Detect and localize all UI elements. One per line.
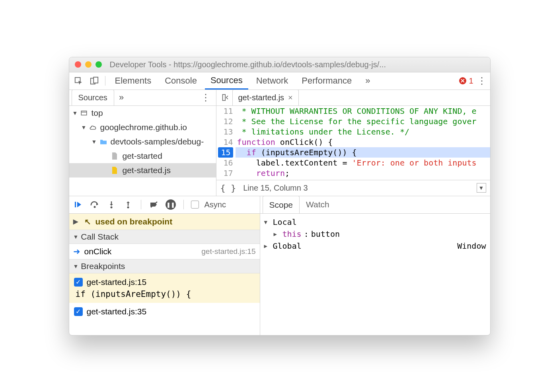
traffic-lights bbox=[75, 61, 102, 68]
navigator-tabs: Sources » ⋮ bbox=[69, 90, 216, 106]
minimize-window-icon[interactable] bbox=[85, 61, 92, 68]
code-lines: * WITHOUT WARRANTIES OR CONDITIONS OF AN… bbox=[236, 106, 490, 180]
svg-rect-3 bbox=[81, 111, 87, 115]
call-stack-header[interactable]: ▼ Call Stack bbox=[69, 230, 260, 244]
async-label: Async bbox=[205, 200, 226, 209]
breakpoint-code: if (inputsAreEmpty()) { bbox=[74, 289, 255, 299]
current-frame-icon: ➜ bbox=[73, 247, 80, 256]
error-count-badge[interactable]: ✕ 1 bbox=[459, 76, 473, 86]
tab-scope[interactable]: Scope bbox=[263, 196, 300, 213]
line-gutter: 11 12 13 14 15 16 17 bbox=[216, 106, 236, 180]
navigator-tab-sources[interactable]: Sources bbox=[72, 90, 114, 106]
close-window-icon[interactable] bbox=[75, 61, 81, 68]
breakpoint-checkbox[interactable]: ✓ bbox=[74, 307, 83, 316]
pause-exceptions-button[interactable]: ❚❚ bbox=[165, 199, 176, 210]
window-title: Developer Tools - https://googlechrome.g… bbox=[110, 60, 485, 69]
tab-watch[interactable]: Watch bbox=[300, 200, 336, 209]
scope-tab-strip: Scope Watch bbox=[260, 196, 490, 214]
frame-location: get-started.js:15 bbox=[201, 247, 255, 256]
chevron-down-icon: ▼ bbox=[92, 138, 97, 145]
tab-network[interactable]: Network bbox=[251, 72, 294, 90]
breakpoint-item[interactable]: ✓ get-started.js:15 if (inputsAreEmpty()… bbox=[69, 273, 260, 303]
main-toolbar: Elements Console Sources Network Perform… bbox=[69, 72, 490, 90]
breakpoint-checkbox[interactable]: ✓ bbox=[74, 278, 83, 287]
js-file-icon bbox=[111, 166, 120, 174]
scope-body: ▼ Local ▶ this: button ▶ Global Window bbox=[260, 214, 490, 335]
tree-label: devtools-samples/debug- bbox=[111, 137, 204, 146]
breakpoints-header[interactable]: ▼ Breakpoints bbox=[69, 259, 260, 273]
tree-label: googlechrome.github.io bbox=[100, 123, 187, 132]
svg-point-9 bbox=[110, 207, 112, 209]
debugger-left: ❚❚ Async ▶ ↖ used on breakpoint ▼ Call S… bbox=[69, 196, 260, 335]
chevron-down-icon: ▼ bbox=[73, 234, 79, 240]
window-icon bbox=[80, 109, 89, 117]
tree-node-top[interactable]: ▼ top bbox=[69, 106, 216, 120]
chevron-right-icon: ▶ bbox=[264, 243, 271, 249]
titlebar: Developer Tools - https://googlechrome.g… bbox=[69, 57, 490, 72]
debugger-pane: ❚❚ Async ▶ ↖ used on breakpoint ▼ Call S… bbox=[69, 196, 490, 335]
tree-node-folder[interactable]: ▼ devtools-samples/debug- bbox=[69, 135, 216, 149]
deactivate-breakpoints-button[interactable] bbox=[148, 199, 160, 210]
chevron-down-icon: ▼ bbox=[264, 219, 271, 225]
async-checkbox[interactable] bbox=[191, 201, 199, 209]
editor-pane: get-started.js × 11 12 13 14 15 16 17 bbox=[216, 90, 490, 196]
chevron-down-icon: ▼ bbox=[73, 263, 79, 269]
resume-button[interactable] bbox=[72, 199, 84, 210]
svg-rect-5 bbox=[222, 95, 225, 101]
code-editor[interactable]: 11 12 13 14 15 16 17 * WITHOUT WARRANTIE… bbox=[216, 106, 490, 180]
frame-name: onClick bbox=[84, 247, 112, 256]
tree-node-file[interactable]: get-started bbox=[69, 149, 216, 163]
navigator-pane: Sources » ⋮ ▼ top ▼ googlechrome.github.… bbox=[69, 90, 216, 196]
folder-icon bbox=[99, 138, 108, 145]
panels-body: Sources » ⋮ ▼ top ▼ googlechrome.github.… bbox=[69, 90, 490, 196]
svg-rect-2 bbox=[93, 77, 98, 83]
editor-statusbar: { } Line 15, Column 3 ▼ bbox=[216, 180, 490, 196]
pretty-print-icon[interactable]: { } bbox=[220, 183, 236, 193]
navigate-back-icon[interactable] bbox=[219, 91, 232, 104]
toolbar-divider bbox=[183, 200, 184, 209]
step-into-button[interactable] bbox=[106, 199, 117, 210]
settings-menu-icon[interactable]: ⋮ bbox=[476, 75, 488, 86]
tab-sources[interactable]: Sources bbox=[205, 72, 248, 90]
call-stack-frame[interactable]: ➜ onClick get-started.js:15 bbox=[69, 244, 260, 259]
tree-label: top bbox=[92, 108, 103, 118]
debugger-right: Scope Watch ▼ Local ▶ this: button ▶ Glo… bbox=[260, 196, 490, 335]
error-count: 1 bbox=[469, 76, 473, 86]
document-icon bbox=[111, 152, 120, 160]
close-tab-icon[interactable]: × bbox=[288, 93, 293, 102]
breakpoint-item[interactable]: ✓ get-started.js:35 bbox=[69, 303, 260, 320]
editor-tab-label: get-started.js bbox=[238, 93, 284, 102]
breakpoint-line-marker: 15 bbox=[218, 147, 233, 158]
cursor-icon: ↖ bbox=[84, 217, 91, 226]
scope-local[interactable]: ▼ Local bbox=[264, 216, 486, 228]
tab-console[interactable]: Console bbox=[159, 72, 203, 90]
svg-point-7 bbox=[93, 206, 95, 208]
devtools-window: Developer Tools - https://googlechrome.g… bbox=[69, 57, 491, 335]
step-out-button[interactable] bbox=[123, 199, 134, 210]
scope-global-value: Window bbox=[457, 241, 486, 251]
chevron-down-icon: ▼ bbox=[72, 110, 78, 116]
navigator-tabs-overflow[interactable]: » bbox=[114, 92, 129, 103]
navigator-menu-icon[interactable]: ⋮ bbox=[195, 92, 216, 103]
tabs-overflow[interactable]: » bbox=[360, 72, 376, 90]
tab-elements[interactable]: Elements bbox=[109, 72, 157, 90]
tab-performance[interactable]: Performance bbox=[296, 72, 357, 90]
tree-node-domain[interactable]: ▼ googlechrome.github.io bbox=[69, 120, 216, 135]
chevron-down-icon: ▼ bbox=[81, 124, 87, 131]
paused-banner[interactable]: ▶ ↖ used on breakpoint bbox=[69, 214, 260, 230]
tree-node-file-selected[interactable]: get-started.js bbox=[69, 163, 216, 177]
tree-label: get-started.js bbox=[123, 166, 171, 175]
file-tree: ▼ top ▼ googlechrome.github.io ▼ devtool… bbox=[69, 106, 216, 196]
step-over-button[interactable] bbox=[89, 199, 100, 210]
scope-this[interactable]: ▶ this: button bbox=[264, 228, 486, 240]
scope-global[interactable]: ▶ Global Window bbox=[264, 240, 486, 252]
editor-dropdown-icon[interactable]: ▼ bbox=[477, 183, 486, 193]
editor-tab[interactable]: get-started.js × bbox=[232, 90, 299, 106]
device-toggle-icon[interactable] bbox=[88, 74, 101, 88]
inspect-element-icon[interactable] bbox=[72, 74, 85, 88]
chevron-right-icon: ▶ bbox=[73, 218, 78, 225]
tree-label: get-started bbox=[123, 151, 162, 161]
zoom-window-icon[interactable] bbox=[95, 61, 102, 68]
editor-tab-strip: get-started.js × bbox=[216, 90, 490, 106]
toolbar-divider bbox=[105, 76, 105, 86]
